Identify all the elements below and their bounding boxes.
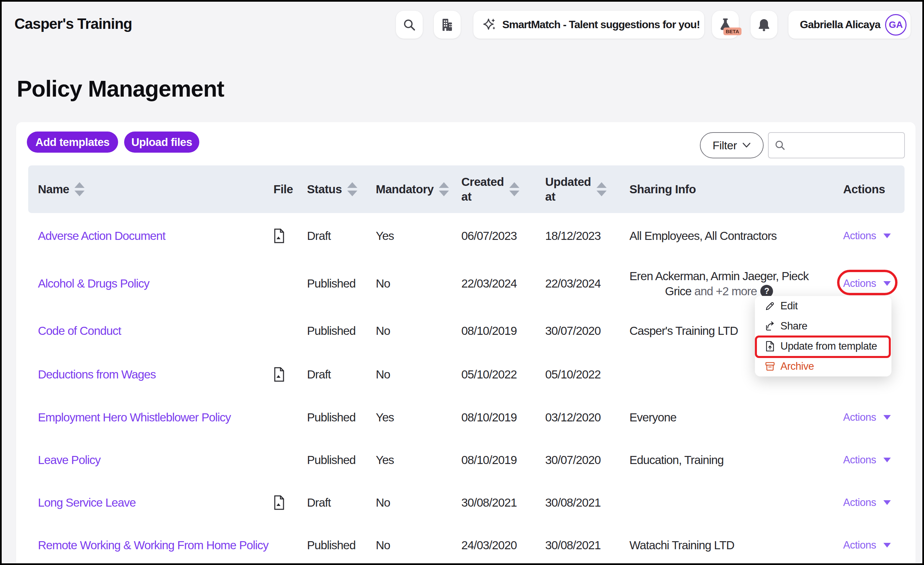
filter-label: Filter xyxy=(712,139,737,152)
sharing-cell: Watachi Training LTD xyxy=(629,524,734,565)
mandatory-cell: No xyxy=(376,481,390,524)
created-cell: 30/08/2021 xyxy=(461,481,517,524)
updated-cell: 30/08/2021 xyxy=(545,524,601,565)
table-search-input[interactable] xyxy=(768,132,905,158)
created-cell: 05/10/2022 xyxy=(461,353,517,396)
mandatory-cell: No xyxy=(376,353,390,396)
caret-down-icon xyxy=(884,234,891,238)
archive-icon xyxy=(764,361,776,372)
menu-item-archive[interactable]: Archive xyxy=(755,356,891,376)
table-row: Leave Policy Published Yes 08/10/2019 30… xyxy=(28,439,904,481)
policy-name-link[interactable]: Alcohol & Drugs Policy xyxy=(38,258,149,309)
filter-button[interactable]: Filter xyxy=(700,132,764,158)
column-header-updated-at[interactable]: Updatedat xyxy=(545,165,607,213)
annotation-rectangle xyxy=(755,336,891,358)
created-cell: 22/03/2024 xyxy=(461,258,517,309)
user-name: Gabriella Alicaya xyxy=(800,18,880,31)
sort-icon[interactable] xyxy=(347,182,357,196)
chevron-down-icon xyxy=(742,142,751,148)
page-title: Policy Management xyxy=(17,75,224,102)
search-icon xyxy=(402,18,416,32)
table-row: Long Service Leave Draft No 30/08/2021 3… xyxy=(28,481,904,524)
global-search-button[interactable] xyxy=(396,11,423,39)
file-icon xyxy=(273,213,285,258)
updated-cell: 30/07/2020 xyxy=(545,439,601,481)
policy-name-link[interactable]: Adverse Action Document xyxy=(38,213,165,258)
policy-name-link[interactable]: Employment Hero Whistleblower Policy xyxy=(38,396,231,439)
status-cell: Published xyxy=(307,524,356,565)
column-header-status[interactable]: Status xyxy=(307,165,357,213)
status-cell: Published xyxy=(307,439,356,481)
created-cell: 08/10/2019 xyxy=(461,309,517,353)
actions-button[interactable]: Actions xyxy=(843,481,891,524)
sparkles-icon xyxy=(482,17,498,33)
mandatory-cell: Yes xyxy=(376,213,394,258)
menu-item-share[interactable]: Share xyxy=(755,316,891,336)
sort-icon[interactable] xyxy=(509,182,519,196)
caret-down-icon xyxy=(884,415,891,420)
updated-cell: 30/07/2020 xyxy=(545,309,601,353)
column-header-created-at[interactable]: Createdat xyxy=(461,165,519,213)
sharing-cell: All Employees, All Contractors xyxy=(629,213,777,258)
column-header-mandatory[interactable]: Mandatory xyxy=(376,165,449,213)
actions-button[interactable]: Actions xyxy=(843,213,891,258)
created-cell: 06/07/2023 xyxy=(461,213,517,258)
building-icon xyxy=(440,18,454,32)
sort-icon[interactable] xyxy=(597,182,607,196)
policy-name-link[interactable]: Long Service Leave xyxy=(38,481,135,524)
column-header-name[interactable]: Name xyxy=(38,165,84,213)
created-cell: 08/10/2019 xyxy=(461,396,517,439)
updated-cell: 30/08/2021 xyxy=(545,481,601,524)
brand-title: Casper's Training xyxy=(14,15,132,32)
updated-cell: 05/10/2022 xyxy=(545,353,601,396)
caret-down-icon xyxy=(884,458,891,462)
file-icon xyxy=(273,353,285,396)
updated-cell: 22/03/2024 xyxy=(545,258,601,309)
column-header-file: File xyxy=(273,165,293,213)
avatar: GA xyxy=(885,14,906,36)
sort-icon[interactable] xyxy=(439,182,449,196)
updated-cell: 03/12/2020 xyxy=(545,396,601,439)
user-menu-button[interactable]: Gabriella Alicaya GA xyxy=(789,11,910,39)
policy-name-link[interactable]: Code of Conduct xyxy=(38,309,121,353)
organisation-button[interactable] xyxy=(434,11,460,39)
mandatory-cell: No xyxy=(376,309,390,353)
sort-icon[interactable] xyxy=(75,182,84,196)
menu-item-edit[interactable]: Edit xyxy=(755,296,891,316)
policy-name-link[interactable]: Remote Working & Working From Home Polic… xyxy=(38,524,268,565)
actions-button[interactable]: Actions xyxy=(843,439,891,481)
updated-cell: 18/12/2023 xyxy=(545,213,601,258)
share-icon xyxy=(764,321,776,332)
actions-button[interactable]: Actions xyxy=(843,396,891,439)
status-cell: Published xyxy=(307,309,356,353)
table-row: Remote Working & Working From Home Polic… xyxy=(28,524,904,565)
file-icon xyxy=(273,481,285,524)
add-templates-button[interactable]: Add templates xyxy=(27,132,118,153)
sharing-cell: Casper's Training LTD xyxy=(629,309,738,353)
caret-down-icon xyxy=(884,500,891,505)
annotation-ellipse xyxy=(837,270,897,295)
actions-button[interactable]: Actions xyxy=(843,524,891,565)
mandatory-cell: Yes xyxy=(376,439,394,481)
table-row: Adverse Action Document Draft Yes 06/07/… xyxy=(28,213,904,258)
smartmatch-label: SmartMatch - Talent suggestions for you! xyxy=(502,18,700,31)
upload-files-button[interactable]: Upload files xyxy=(124,132,199,153)
status-cell: Draft xyxy=(307,213,331,258)
policy-name-link[interactable]: Leave Policy xyxy=(38,439,100,481)
status-cell: Draft xyxy=(307,481,331,524)
bell-icon xyxy=(757,18,771,32)
column-header-sharing-info: Sharing Info xyxy=(629,165,696,213)
notifications-button[interactable] xyxy=(750,11,777,39)
caret-down-icon xyxy=(884,543,891,547)
status-cell: Published xyxy=(307,396,356,439)
created-cell: 08/10/2019 xyxy=(461,439,517,481)
policy-name-link[interactable]: Deductions from Wages xyxy=(38,353,156,396)
search-icon xyxy=(774,139,786,151)
sharing-cell: Everyone xyxy=(629,396,676,439)
smartmatch-banner-button[interactable]: SmartMatch - Talent suggestions for you! xyxy=(473,11,704,39)
table-header: Name File Status Mandatory Createdat Upd… xyxy=(28,165,904,213)
help-badge[interactable]: ? xyxy=(760,285,773,298)
beta-badge: BETA xyxy=(723,27,741,35)
status-cell: Draft xyxy=(307,353,331,396)
pencil-icon xyxy=(764,300,776,312)
